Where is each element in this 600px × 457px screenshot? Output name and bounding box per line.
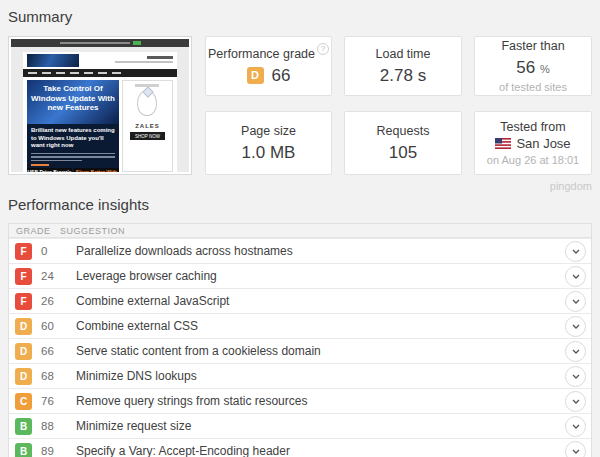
- grade-badge: D: [15, 343, 32, 360]
- page-size-value: 1.0 MB: [242, 143, 296, 163]
- grade-badge-d: D: [247, 67, 264, 84]
- thumb-tile-right: Sleep Better With Windows Night Light: [74, 168, 119, 172]
- thumb-hero-banner: Take Control Of Windows Update With new …: [27, 80, 119, 124]
- table-row[interactable]: F 24 Leverage browser caching: [9, 263, 591, 288]
- performance-grade-label: Performance grade?: [208, 47, 329, 61]
- chevron-down-icon: [572, 374, 580, 379]
- thumb-sidebar: ZALES SHOP NOW: [122, 80, 173, 172]
- grade-score: 89: [41, 445, 67, 457]
- suggestion-text: Remove query strings from static resourc…: [76, 394, 307, 408]
- tested-from-time: on Aug 26 at 18:01: [487, 154, 579, 166]
- table-row[interactable]: B 88 Minimize request size: [9, 413, 591, 438]
- grade-score: 60: [41, 320, 67, 332]
- card-faster-than: Faster than 56 % of tested sites: [474, 36, 592, 96]
- table-header: GRADE SUGGESTION: [9, 224, 591, 238]
- chevron-down-icon: [572, 424, 580, 429]
- grade-badge: F: [15, 268, 32, 285]
- table-row[interactable]: B 89 Specify a Vary: Accept-Encoding hea…: [9, 438, 591, 457]
- thumb-content: Take Control Of Windows Update With new …: [23, 77, 177, 172]
- suggestion-text: Parallelize downloads across hostnames: [76, 244, 293, 258]
- suggestion-text: Minimize DNS lookups: [76, 369, 197, 383]
- grade-badge: C: [15, 393, 32, 410]
- thumb-nav-bar: [23, 69, 177, 77]
- thumb-article-title: Brilliant new features coming to Windows…: [27, 124, 119, 151]
- suggestion-text: Combine external JavaScript: [76, 294, 229, 308]
- card-requests: Requests 105: [344, 111, 462, 175]
- performance-grade-number: 66: [272, 66, 291, 85]
- table-row[interactable]: D 60 Combine external CSS: [9, 313, 591, 338]
- thumb-ad-button: SHOP NOW: [130, 132, 165, 140]
- grade-score: 88: [41, 420, 67, 432]
- grade-badge: F: [15, 243, 32, 260]
- pingdom-summary-page: Summary: [0, 0, 600, 457]
- grade-score: 24: [41, 270, 67, 282]
- insights-heading: Performance insights: [8, 196, 592, 213]
- expand-row-button[interactable]: [565, 241, 586, 262]
- table-row[interactable]: F 26 Combine external JavaScript: [9, 288, 591, 313]
- chevron-down-icon: [572, 449, 580, 454]
- pingdom-watermark: pingdom: [8, 175, 592, 194]
- faster-than-label: Faster than: [501, 39, 564, 53]
- grade-score: 26: [41, 295, 67, 307]
- expand-row-button[interactable]: [565, 341, 586, 362]
- thumb-ad-brand: ZALES: [123, 123, 172, 129]
- thumb-site-header: [23, 52, 177, 69]
- thumb-header-text-placeholder: [115, 54, 173, 68]
- suggestion-text: Minimize request size: [76, 419, 191, 433]
- performance-grade-value: D66: [247, 66, 291, 86]
- table-row[interactable]: C 76 Remove query strings from static re…: [9, 388, 591, 413]
- performance-grade-label-text: Performance grade: [208, 47, 315, 61]
- summary-heading: Summary: [8, 8, 592, 25]
- expand-row-button[interactable]: [565, 366, 586, 387]
- thumb-site-logo: [27, 54, 79, 67]
- tested-from-city: San Jose: [516, 136, 570, 151]
- load-time-label: Load time: [376, 47, 431, 61]
- grade-badge: D: [15, 318, 32, 335]
- site-thumbnail: Take Control Of Windows Update With new …: [8, 36, 192, 175]
- expand-row-button[interactable]: [565, 416, 586, 437]
- expand-row-button[interactable]: [565, 316, 586, 337]
- load-time-value: 2.78 s: [380, 66, 426, 86]
- grade-badge: F: [15, 293, 32, 310]
- grade-score: 66: [41, 345, 67, 357]
- thumb-page: Take Control Of Windows Update With new …: [23, 52, 177, 172]
- thumb-main-column: Take Control Of Windows Update With new …: [27, 80, 119, 172]
- grade-score: 68: [41, 370, 67, 382]
- chevron-down-icon: [572, 349, 580, 354]
- tested-from-location-line: San Jose: [495, 136, 570, 152]
- faster-than-number: 56: [516, 58, 535, 77]
- expand-row-button[interactable]: [565, 391, 586, 412]
- thumb-tile-left: USB Drive Buyer's Guide: [27, 168, 72, 172]
- grade-badge: B: [15, 418, 32, 435]
- summary-section: Take Control Of Windows Update With new …: [8, 36, 592, 175]
- chevron-down-icon: [572, 399, 580, 404]
- card-performance-grade: Performance grade? D66: [205, 36, 332, 96]
- table-row[interactable]: D 68 Minimize DNS lookups: [9, 363, 591, 388]
- requests-value: 105: [389, 143, 417, 163]
- column-header-suggestion: SUGGESTION: [60, 226, 125, 236]
- thumb-article-excerpt-placeholder: [27, 153, 119, 162]
- summary-cards: Performance grade? D66 Load time 2.78 s …: [205, 36, 592, 175]
- card-page-size: Page size 1.0 MB: [205, 111, 332, 175]
- grade-badge: D: [15, 368, 32, 385]
- thumb-ring-image: [137, 90, 157, 116]
- faster-than-value: 56 %: [516, 58, 549, 78]
- expand-row-button[interactable]: [565, 441, 586, 457]
- table-row[interactable]: D 66 Serve static content from a cookiel…: [9, 338, 591, 363]
- grade-score: 0: [41, 245, 67, 257]
- thumb-read-more-placeholder: [31, 164, 49, 166]
- expand-row-button[interactable]: [565, 291, 586, 312]
- chevron-down-icon: [572, 249, 580, 254]
- suggestion-text: Combine external CSS: [76, 319, 198, 333]
- chevron-down-icon: [572, 274, 580, 279]
- us-flag-icon: [495, 137, 511, 152]
- expand-row-button[interactable]: [565, 266, 586, 287]
- suggestion-text: Leverage browser caching: [76, 269, 217, 283]
- suggestion-text: Specify a Vary: Accept-Encoding header: [76, 444, 290, 457]
- thumb-bottom-tiles: USB Drive Buyer's Guide Sleep Better Wit…: [27, 168, 119, 172]
- help-icon[interactable]: ?: [317, 43, 329, 55]
- table-row[interactable]: F 0 Parallelize downloads across hostnam…: [9, 238, 591, 263]
- grade-score: 76: [41, 395, 67, 407]
- requests-label: Requests: [377, 124, 430, 138]
- suggestion-text: Serve static content from a cookieless d…: [76, 344, 321, 358]
